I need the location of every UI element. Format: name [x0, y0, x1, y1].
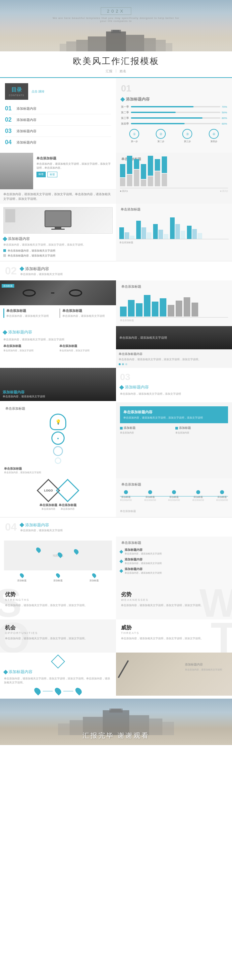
prog-val-1: 70% [222, 105, 227, 108]
final-left-title: 添加标题内容 [9, 669, 32, 675]
b2-1b [125, 232, 129, 239]
final-pin-2 [56, 687, 60, 695]
r8-title-1: 单击添加标题 [40, 503, 57, 508]
s03-deco [119, 385, 124, 390]
s03-title-row: 添加标题内容 [120, 385, 228, 390]
s02-header-text: 添加标题内容 单击添加内容，请添加相关文字说明 [20, 266, 63, 276]
b2-4b [175, 224, 180, 239]
s04-title-row: 添加标题内容 [20, 522, 63, 528]
proc-3: ③ 第三步 [182, 129, 192, 143]
bar-g3-b [134, 170, 139, 186]
o-desc: 单击添加内容，请添加相关文字说明，添加文字说明，添加文字说明。 [5, 636, 111, 641]
contents-en: CONTENTS [9, 94, 24, 97]
c3-b4 [144, 295, 151, 317]
loc-label-1: 添加标题 [17, 579, 27, 582]
s04-subtitle: 单击添加内容，请添加相关文字说明 [20, 528, 63, 532]
prog-bar-4 [131, 123, 221, 124]
final-text: 汇报完毕 谢谢观看 [83, 731, 149, 740]
final-pin-icon-1 [33, 687, 42, 696]
phone-icon [5, 209, 15, 223]
lens-left [22, 290, 36, 297]
location-labels: 添加标题 添加标题 添加标题 [4, 573, 112, 582]
b2-3a [153, 224, 158, 239]
tl-line [120, 496, 228, 496]
pin-line-2 [63, 691, 73, 691]
s02-deco [19, 266, 24, 271]
section01-right-top: 01 添加标题内容 第一季 70% 第二季 50% 第三季 [116, 78, 232, 153]
contents-header-box: 目录 CONTENTS [5, 83, 28, 100]
final-city-block: 汇报完毕 谢谢观看 [0, 698, 232, 745]
progress-bars: 第一季 70% 第二季 50% 第三季 80% 第四季 60% [121, 105, 227, 126]
contents-header-row: 目录 CONTENTS 点击 跳转 [5, 83, 111, 100]
swot-o: O 机会 OPPORTUNITIES 单击添加内容，请添加相关文字说明，添加文字… [0, 619, 116, 652]
sub2-text: 姓名 [120, 69, 126, 73]
row7-item-title: 单击添加标题 [4, 467, 112, 471]
contents-item-1[interactable]: 01 添加标题内容 [5, 103, 111, 115]
row5-item2-desc: 单击添加内容，添加文字说明 [59, 349, 113, 352]
contents-item-4[interactable]: 04 添加标题内容 [5, 137, 111, 148]
s04r-item-3: 添加标题内容 单击添加内容，请添加相关文字说明 [120, 567, 228, 575]
s04r-title: 单击添加标题 [121, 541, 141, 545]
bar-b2 [127, 156, 132, 174]
b2-3c [164, 234, 168, 239]
prog-row-3: 第三季 80% [121, 116, 227, 120]
proc-1: ① 第一步 [129, 129, 139, 143]
loc-label-2: 添加标题 [53, 579, 63, 582]
s01-title-row: 添加标题内容 [121, 97, 227, 102]
row7-item-desc: 单击添加内容，请添加相关文字说明 [4, 471, 112, 474]
row4-col2-title: 单击添加标题 [62, 309, 113, 313]
city-buildings-icon [60, 30, 172, 51]
c3-b1 [120, 307, 127, 317]
row5-deco [3, 330, 7, 334]
w-desc: 单击添加内容，请添加相关文字说明，添加文字说明，添加文字说明。 [121, 603, 227, 608]
hero-section: 202X We are here beautiful templates tha… [0, 0, 232, 51]
s-content: 优势 STRENGTHS 单击添加内容，请添加相关文字说明，添加文字说明，添加文… [5, 591, 111, 608]
c3-b5 [152, 302, 159, 317]
b2-2b [141, 228, 146, 239]
bbs1-header: 添加标题 [120, 426, 173, 430]
tl-dot-5 [220, 490, 224, 494]
s-en: STRENGTHS [5, 598, 111, 601]
bar-chart-3 [120, 291, 228, 318]
bbs2-desc: 单击添加内容 [175, 431, 228, 434]
row2-subtitle: 单击添加标题 [37, 156, 113, 161]
contents-item-2[interactable]: 02 添加标题内容 [5, 115, 111, 126]
row4-col1: 单击添加标题 单击添加内容，请添加相关文字说明 [3, 309, 57, 318]
s04r-title-3: 添加标题内容 [125, 567, 162, 571]
tl-sub-1: 单击添加内容 [120, 499, 132, 502]
row-3: 添加标题内容 单击添加内容，请添加相关文字说明，添加文字说明，添加文字说明。 单… [0, 204, 232, 261]
b2-4c [181, 231, 185, 239]
svg-rect-15 [51, 229, 65, 230]
o-label: 机会 [5, 624, 111, 632]
final-text-block: 汇报完毕 谢谢观看 [83, 731, 149, 740]
contents-item-3[interactable]: 03 添加标题内容 [5, 126, 111, 137]
s04r-desc-3: 单击添加内容，请添加相关文字说明 [125, 571, 162, 575]
svg-rect-14 [55, 227, 61, 229]
s03-header: 03 [120, 372, 228, 382]
final-left-header: 添加标题内容 [4, 669, 112, 675]
final-deco-row [4, 657, 112, 667]
pin-3 [73, 548, 79, 555]
bulb-oval-4 [55, 457, 61, 464]
row5-item1-desc: 单击添加内容，添加文字说明 [3, 349, 57, 352]
b2-2a [136, 221, 141, 239]
row3-title-row: 添加标题内容 [3, 236, 113, 241]
svg-rect-25 [162, 722, 174, 735]
bar-b4 [141, 164, 146, 179]
row3-left: 添加标题内容 单击添加内容，请添加相关文字说明，添加文字说明，添加文字说明。 单… [0, 204, 116, 261]
s02-title-row: 添加标题内容 [20, 266, 63, 272]
contents-text-1: 添加标题内容 [17, 107, 37, 111]
bulb-oval-3 [53, 446, 63, 456]
proc-label-2: 第二步 [157, 140, 164, 143]
row3-desc: 单击添加内容，请添加相关文字说明，添加文字说明，添加文字说明。 [3, 243, 113, 247]
s04-right-header: 单击添加标题 [120, 541, 228, 545]
contents-link[interactable]: 点击 跳转 [32, 89, 111, 94]
t-desc: 单击添加内容，请添加相关文字说明，添加文字说明，添加文字说明。 [121, 636, 227, 641]
row7-title: 单击添加标题 [5, 406, 25, 411]
badge-text: 添加标题 [2, 284, 14, 288]
dot2 [122, 363, 124, 365]
blue-box-sub-items: 添加标题 单击添加内容 添加标题 单击添加内容 [120, 426, 228, 434]
svg-rect-11 [166, 43, 172, 51]
pin-line [43, 691, 53, 691]
row9-left: 地图区域 添加标题 添加标题 [0, 536, 116, 586]
